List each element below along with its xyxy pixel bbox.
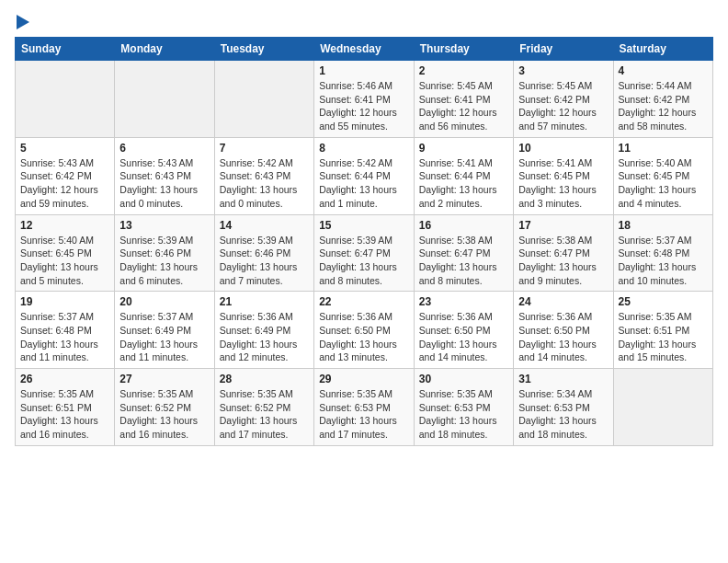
calendar-cell: 8Sunrise: 5:42 AM Sunset: 6:44 PM Daylig…: [314, 137, 415, 214]
day-number: 7: [220, 142, 309, 155]
day-number: 13: [119, 219, 209, 232]
day-number: 14: [220, 219, 309, 232]
calendar-cell: 7Sunrise: 5:42 AM Sunset: 6:43 PM Daylig…: [214, 137, 313, 214]
day-number: 2: [419, 64, 508, 77]
day-info: Sunrise: 5:36 AM Sunset: 6:49 PM Dayligh…: [220, 310, 309, 364]
calendar-cell: 5Sunrise: 5:43 AM Sunset: 6:42 PM Daylig…: [16, 137, 115, 214]
day-info: Sunrise: 5:35 AM Sunset: 6:51 PM Dayligh…: [619, 310, 709, 364]
day-info: Sunrise: 5:40 AM Sunset: 6:45 PM Dayligh…: [619, 156, 709, 211]
day-number: 4: [619, 64, 709, 77]
day-number: 1: [319, 64, 409, 77]
calendar-cell: 18Sunrise: 5:37 AM Sunset: 6:48 PM Dayli…: [613, 214, 713, 292]
day-info: Sunrise: 5:36 AM Sunset: 6:50 PM Dayligh…: [518, 310, 608, 364]
day-info: Sunrise: 5:39 AM Sunset: 6:46 PM Dayligh…: [220, 234, 309, 288]
day-number: 24: [518, 295, 608, 308]
column-header-tuesday: Tuesday: [214, 38, 313, 61]
calendar-cell: 31Sunrise: 5:34 AM Sunset: 6:53 PM Dayli…: [514, 369, 613, 446]
day-info: Sunrise: 5:39 AM Sunset: 6:47 PM Dayligh…: [319, 234, 409, 288]
header: [15, 15, 713, 29]
calendar-cell: 13Sunrise: 5:39 AM Sunset: 6:46 PM Dayli…: [115, 214, 214, 292]
day-number: 11: [619, 142, 709, 155]
day-info: Sunrise: 5:42 AM Sunset: 6:44 PM Dayligh…: [319, 156, 409, 211]
calendar-cell: 10Sunrise: 5:41 AM Sunset: 6:45 PM Dayli…: [514, 137, 613, 214]
day-info: Sunrise: 5:45 AM Sunset: 6:42 PM Dayligh…: [518, 79, 608, 133]
day-info: Sunrise: 5:41 AM Sunset: 6:44 PM Dayligh…: [419, 156, 508, 211]
day-info: Sunrise: 5:37 AM Sunset: 6:48 PM Dayligh…: [619, 234, 709, 288]
day-number: 5: [20, 142, 109, 155]
calendar-cell: 19Sunrise: 5:37 AM Sunset: 6:48 PM Dayli…: [16, 292, 115, 369]
day-number: 16: [419, 219, 508, 232]
day-info: Sunrise: 5:43 AM Sunset: 6:43 PM Dayligh…: [119, 156, 209, 211]
week-row-1: 1Sunrise: 5:46 AM Sunset: 6:41 PM Daylig…: [16, 61, 713, 138]
calendar-cell: 26Sunrise: 5:35 AM Sunset: 6:51 PM Dayli…: [16, 369, 115, 446]
calendar-cell: 24Sunrise: 5:36 AM Sunset: 6:50 PM Dayli…: [514, 292, 613, 369]
week-row-4: 19Sunrise: 5:37 AM Sunset: 6:48 PM Dayli…: [16, 292, 713, 369]
calendar-cell: 21Sunrise: 5:36 AM Sunset: 6:49 PM Dayli…: [214, 292, 313, 369]
week-row-5: 26Sunrise: 5:35 AM Sunset: 6:51 PM Dayli…: [16, 369, 713, 446]
calendar-cell: 27Sunrise: 5:35 AM Sunset: 6:52 PM Dayli…: [115, 369, 214, 446]
calendar-cell: 17Sunrise: 5:38 AM Sunset: 6:47 PM Dayli…: [514, 214, 613, 292]
calendar-cell: [214, 61, 313, 138]
day-info: Sunrise: 5:35 AM Sunset: 6:53 PM Dayligh…: [419, 387, 508, 442]
day-info: Sunrise: 5:41 AM Sunset: 6:45 PM Dayligh…: [518, 156, 608, 211]
day-number: 17: [518, 219, 608, 232]
day-number: 28: [220, 373, 309, 385]
calendar-cell: [115, 61, 214, 138]
day-number: 6: [119, 142, 209, 155]
day-info: Sunrise: 5:35 AM Sunset: 6:52 PM Dayligh…: [220, 387, 309, 442]
week-row-3: 12Sunrise: 5:40 AM Sunset: 6:45 PM Dayli…: [16, 214, 713, 292]
logo-arrow-icon: [17, 15, 29, 29]
day-number: 19: [20, 295, 109, 308]
calendar-cell: 1Sunrise: 5:46 AM Sunset: 6:41 PM Daylig…: [314, 61, 415, 138]
calendar-cell: 30Sunrise: 5:35 AM Sunset: 6:53 PM Dayli…: [414, 369, 513, 446]
calendar-cell: 15Sunrise: 5:39 AM Sunset: 6:47 PM Dayli…: [314, 214, 415, 292]
day-info: Sunrise: 5:34 AM Sunset: 6:53 PM Dayligh…: [518, 387, 608, 442]
calendar-cell: 2Sunrise: 5:45 AM Sunset: 6:41 PM Daylig…: [414, 61, 513, 138]
day-number: 25: [619, 295, 709, 308]
day-info: Sunrise: 5:45 AM Sunset: 6:41 PM Dayligh…: [419, 79, 508, 133]
day-number: 21: [220, 295, 309, 308]
day-info: Sunrise: 5:38 AM Sunset: 6:47 PM Dayligh…: [419, 234, 508, 288]
day-info: Sunrise: 5:37 AM Sunset: 6:48 PM Dayligh…: [20, 310, 109, 364]
week-row-2: 5Sunrise: 5:43 AM Sunset: 6:42 PM Daylig…: [16, 137, 713, 214]
calendar-cell: [613, 369, 713, 446]
calendar-cell: 9Sunrise: 5:41 AM Sunset: 6:44 PM Daylig…: [414, 137, 513, 214]
calendar-cell: 11Sunrise: 5:40 AM Sunset: 6:45 PM Dayli…: [613, 137, 713, 214]
calendar-cell: 25Sunrise: 5:35 AM Sunset: 6:51 PM Dayli…: [613, 292, 713, 369]
calendar-cell: 22Sunrise: 5:36 AM Sunset: 6:50 PM Dayli…: [314, 292, 415, 369]
day-number: 15: [319, 219, 409, 232]
day-number: 31: [518, 373, 608, 385]
calendar-cell: 28Sunrise: 5:35 AM Sunset: 6:52 PM Dayli…: [214, 369, 313, 446]
calendar-cell: 23Sunrise: 5:36 AM Sunset: 6:50 PM Dayli…: [414, 292, 513, 369]
day-info: Sunrise: 5:38 AM Sunset: 6:47 PM Dayligh…: [518, 234, 608, 288]
day-number: 22: [319, 295, 409, 308]
day-number: 9: [419, 142, 508, 155]
day-info: Sunrise: 5:40 AM Sunset: 6:45 PM Dayligh…: [20, 234, 109, 288]
calendar-cell: 3Sunrise: 5:45 AM Sunset: 6:42 PM Daylig…: [514, 61, 613, 138]
day-info: Sunrise: 5:46 AM Sunset: 6:41 PM Dayligh…: [319, 79, 409, 133]
day-number: 18: [619, 219, 709, 232]
column-header-friday: Friday: [514, 38, 613, 61]
day-info: Sunrise: 5:36 AM Sunset: 6:50 PM Dayligh…: [319, 310, 409, 364]
day-number: 23: [419, 295, 508, 308]
calendar-cell: 29Sunrise: 5:35 AM Sunset: 6:53 PM Dayli…: [314, 369, 415, 446]
calendar-header-row: SundayMondayTuesdayWednesdayThursdayFrid…: [16, 38, 713, 61]
day-number: 27: [119, 373, 209, 385]
day-info: Sunrise: 5:35 AM Sunset: 6:53 PM Dayligh…: [319, 387, 409, 442]
day-number: 26: [20, 373, 109, 385]
calendar-cell: 6Sunrise: 5:43 AM Sunset: 6:43 PM Daylig…: [115, 137, 214, 214]
day-info: Sunrise: 5:37 AM Sunset: 6:49 PM Dayligh…: [119, 310, 209, 364]
day-number: 3: [518, 64, 608, 77]
calendar-cell: [16, 61, 115, 138]
day-info: Sunrise: 5:35 AM Sunset: 6:52 PM Dayligh…: [119, 387, 209, 442]
day-info: Sunrise: 5:44 AM Sunset: 6:42 PM Dayligh…: [619, 79, 709, 133]
calendar-cell: 16Sunrise: 5:38 AM Sunset: 6:47 PM Dayli…: [414, 214, 513, 292]
calendar-cell: 20Sunrise: 5:37 AM Sunset: 6:49 PM Dayli…: [115, 292, 214, 369]
day-number: 29: [319, 373, 409, 385]
logo: [15, 15, 29, 29]
calendar-cell: 14Sunrise: 5:39 AM Sunset: 6:46 PM Dayli…: [214, 214, 313, 292]
day-number: 10: [518, 142, 608, 155]
day-number: 12: [20, 219, 109, 232]
day-info: Sunrise: 5:39 AM Sunset: 6:46 PM Dayligh…: [119, 234, 209, 288]
column-header-thursday: Thursday: [414, 38, 513, 61]
